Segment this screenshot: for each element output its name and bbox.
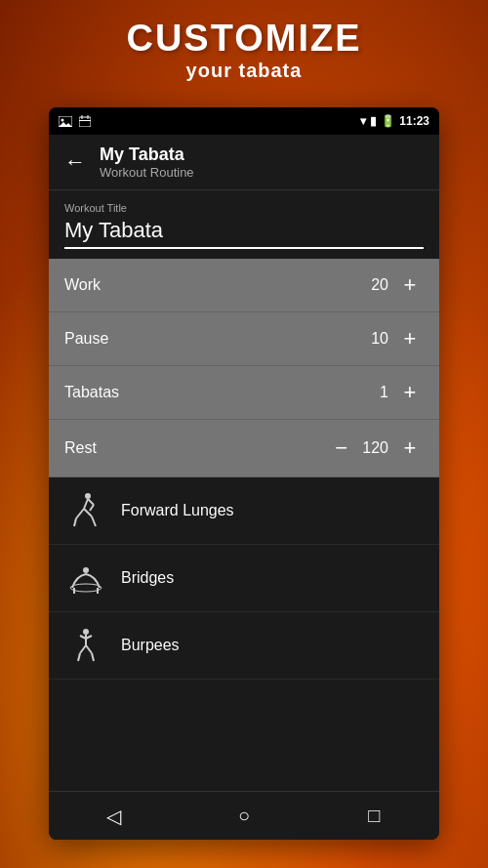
- svg-line-23: [86, 645, 92, 653]
- setting-controls-tabatas: 1 +: [359, 382, 424, 403]
- signal-icon: ▮: [370, 114, 377, 128]
- svg-rect-2: [79, 117, 91, 127]
- setting-controls-pause: 10 +: [359, 328, 424, 350]
- time-display: 11:23: [399, 114, 429, 128]
- battery-icon: 🔋: [381, 114, 395, 128]
- setting-plus-rest[interactable]: +: [396, 437, 424, 459]
- setting-label-rest: Rest: [64, 439, 97, 457]
- svg-point-1: [61, 118, 64, 121]
- workout-title-section: Workout Title: [49, 190, 439, 259]
- setting-minus-rest[interactable]: −: [335, 435, 347, 461]
- setting-row-tabatas: Tabatas 1 +: [49, 366, 439, 420]
- setting-plus-pause[interactable]: +: [396, 328, 424, 350]
- setting-row-rest: Rest − 120 +: [49, 420, 439, 477]
- exercise-name-burpees: Burpees: [121, 637, 180, 654]
- settings-section: Work 20 + Pause 10 + Tabatas 1 + Rest −: [49, 259, 439, 477]
- app-bar-title: My Tabata: [100, 145, 194, 165]
- hero-subtitle: your tabata: [0, 60, 488, 82]
- image-icon: [59, 114, 72, 128]
- setting-label-tabatas: Tabatas: [64, 384, 119, 401]
- calendar-icon: [78, 114, 92, 128]
- svg-line-22: [80, 645, 86, 653]
- status-bar-right: ▾ ▮ 🔋 11:23: [360, 114, 429, 128]
- setting-label-work: Work: [64, 276, 101, 294]
- nav-back-button[interactable]: ◁: [85, 797, 143, 836]
- nav-recent-button[interactable]: □: [345, 797, 403, 836]
- svg-line-13: [90, 505, 94, 511]
- exercise-icon-burpees: [64, 624, 107, 667]
- phone-frame: ▾ ▮ 🔋 11:23 ← My Tabata Workout Routine …: [49, 107, 439, 840]
- setting-label-pause: Pause: [64, 330, 108, 348]
- svg-point-6: [85, 493, 91, 499]
- svg-point-15: [83, 567, 89, 573]
- svg-line-7: [84, 499, 88, 509]
- exercise-section: Forward Lunges Bridges: [49, 477, 439, 680]
- wifi-icon: ▾: [360, 114, 366, 128]
- exercise-name-forward-lunges: Forward Lunges: [121, 502, 234, 519]
- status-bar-left: [59, 114, 92, 128]
- workout-title-input[interactable]: [64, 218, 424, 249]
- exercise-item-forward-lunges[interactable]: Forward Lunges: [49, 477, 439, 545]
- exercise-name-bridges: Bridges: [121, 569, 174, 587]
- app-bar-subtitle: Workout Routine: [100, 165, 194, 180]
- setting-row-work: Work 20 +: [49, 259, 439, 312]
- setting-plus-work[interactable]: +: [396, 274, 424, 296]
- app-bar: ← My Tabata Workout Routine: [49, 135, 439, 190]
- setting-value-tabatas: 1: [359, 384, 388, 401]
- setting-row-pause: Pause 10 +: [49, 312, 439, 366]
- setting-value-pause: 10: [359, 330, 388, 348]
- svg-line-11: [74, 518, 76, 526]
- hero-title: CUSTOMIZE: [0, 18, 488, 60]
- status-bar: ▾ ▮ 🔋 11:23: [49, 107, 439, 135]
- exercise-item-burpees[interactable]: Burpees: [49, 612, 439, 680]
- svg-point-18: [83, 629, 89, 635]
- setting-value-rest: 120: [359, 439, 388, 457]
- setting-plus-tabatas[interactable]: +: [396, 382, 424, 403]
- svg-line-25: [92, 653, 94, 661]
- svg-line-12: [88, 499, 94, 505]
- nav-bar: ◁ ○ □: [49, 791, 439, 840]
- setting-controls-work: 20 +: [359, 274, 424, 296]
- nav-home-button[interactable]: ○: [215, 797, 273, 836]
- back-button[interactable]: ←: [64, 149, 86, 175]
- svg-line-10: [92, 517, 96, 526]
- exercise-icon-lunges: [64, 489, 107, 532]
- setting-controls-rest: − 120 +: [335, 435, 424, 461]
- svg-line-8: [76, 509, 84, 518]
- exercise-item-bridges[interactable]: Bridges: [49, 545, 439, 612]
- hero-section: CUSTOMIZE your tabata: [0, 18, 488, 82]
- app-bar-title-group: My Tabata Workout Routine: [100, 145, 194, 180]
- workout-title-label: Workout Title: [64, 202, 424, 214]
- svg-line-24: [78, 653, 80, 661]
- exercise-icon-bridges: [64, 557, 107, 599]
- setting-value-work: 20: [359, 276, 388, 294]
